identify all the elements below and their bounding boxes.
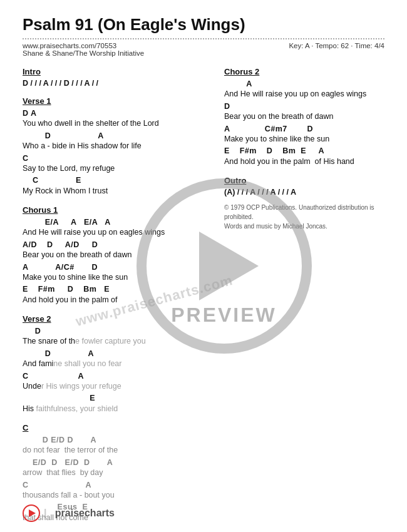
page-title: Psalm 91 (On Eagle's Wings) [23, 15, 384, 34]
cp-chord-3: C A [23, 480, 217, 490]
chorus2-chord-2: D [224, 101, 384, 111]
verse2-lyric-2: And famine shall you no fear [23, 359, 217, 370]
verse1-lyric-1: You who dwell in the shelter of the Lord [23, 118, 217, 130]
chorus1-chord-4: E F#m D Bm E [23, 284, 217, 294]
verse2-lyric-3: Under His wings your refuge [23, 381, 217, 392]
verse1-chord-2: D A [23, 131, 217, 141]
intro-line: D / / / A / / / D / / / A / / [23, 79, 217, 88]
chorus2-chord-1: A [224, 79, 384, 89]
cp-lyric-2: arrow that flies by day [23, 468, 217, 479]
outro-line: (A) / / / A / / / A / / / A [224, 188, 384, 197]
left-column: Intro D / / / A / / / D / / / A / / Vers… [23, 67, 217, 526]
title-separator [23, 38, 384, 39]
verse2-chord-2: D A [23, 349, 217, 359]
verse2-section-title: Verse 2 [23, 314, 217, 324]
cp-chord-2: E/D D E/D D A [23, 458, 217, 468]
cp-lyric-1: do not fear the terror of the [23, 445, 217, 456]
copyright-text: © 1979 OCP Publications. Unauthorized di… [224, 203, 384, 231]
chorus2-lyric-3: Make you to shine like the sun [224, 134, 384, 145]
verse1-lyric-2: Who a - bide in His shadow for life [23, 141, 217, 152]
chorus1-chord-1: E/A A E/A A [23, 217, 217, 227]
content-area: Intro D / / / A / / / D / / / A / / Vers… [23, 67, 384, 526]
chorus1-stanza: E/A A E/A A And He will raise you up on … [23, 217, 217, 305]
outro-section-title: Outro [224, 176, 384, 185]
chorus1-chord-3: A A/C# D [23, 262, 217, 272]
chorus1-section-title: Chorus 1 [23, 205, 217, 215]
verse2-chord-4: E [23, 393, 217, 403]
chorus1-lyric-3: Make you to shine like the sun [23, 272, 217, 284]
verse2-lyric-4: His faithfulness, your shield [23, 404, 217, 415]
chorus-partial-title: C [23, 423, 217, 432]
chorus1-lyric-4: And hold you in the palm of [23, 295, 217, 306]
cp-lyric-3: thousands fall a - bout you [23, 490, 217, 501]
right-column: Chorus 2 A And He will raise you up on e… [217, 67, 384, 526]
chorus2-lyric-4: And hold you in the palm of His hand [224, 156, 384, 168]
chorus2-lyric-2: Bear you on the breath of dawn [224, 111, 384, 123]
url-attribution: www.praisecharts.com/70553 Shane & Shane… [23, 42, 144, 57]
intro-section-title: Intro [23, 67, 217, 76]
footer-brand: | praisecharts [44, 508, 115, 519]
meta-row: www.praisecharts.com/70553 Shane & Shane… [23, 42, 384, 57]
chorus2-chord-3: A C#m7 D [224, 124, 384, 134]
play-icon-small [23, 504, 40, 522]
verse2-chord-3: C A [23, 371, 217, 381]
praisecharts-logo[interactable]: | praisecharts [23, 504, 115, 522]
play-icon-small-triangle [29, 509, 36, 517]
verse1-section-title: Verse 1 [23, 96, 217, 106]
verse1-lyric-3: Say to the Lord, my refuge [23, 163, 217, 175]
song-info: Key: A · Tempo: 62 · Time: 4/4 [289, 42, 384, 57]
chorus1-lyric-2: Bear you on the breath of dawn [23, 250, 217, 261]
chorus1-lyric-1: And He will raise you up on eagles wings [23, 227, 217, 238]
verse1-chord-4: C E [23, 175, 217, 185]
verse2-lyric-1: The snare of the fowler capture you [23, 336, 217, 347]
chorus2-stanza: A And He will raise you up on eagles win… [224, 79, 384, 167]
verse2-chord-1: D [23, 326, 217, 336]
verse2-stanza: D The snare of the fowler capture you D … [23, 326, 217, 414]
verse1-stanza: D A You who dwell in the shelter of the … [23, 108, 217, 197]
page: Psalm 91 (On Eagle's Wings) www.praisech… [0, 0, 407, 532]
chorus2-chord-4: E F#m D Bm E A [224, 146, 384, 156]
cp-chord-1: D E/D D A [23, 435, 217, 445]
chorus2-lyric-1: And He will raise you up on eagles wings [224, 89, 384, 100]
footer: | praisecharts [23, 504, 384, 522]
chorus2-section-title: Chorus 2 [224, 67, 384, 76]
verse1-chord-1: D A [23, 108, 217, 118]
chorus1-chord-2: A/D D A/D D [23, 240, 217, 250]
verse1-lyric-4: My Rock in Whom I trust [23, 186, 217, 197]
verse1-chord-3: C [23, 153, 217, 163]
